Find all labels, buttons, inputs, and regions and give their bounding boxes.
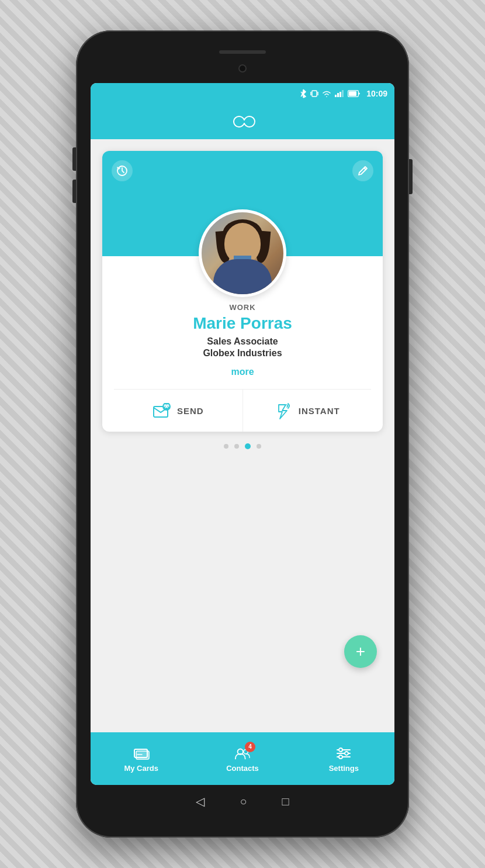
svg-rect-6	[335, 95, 337, 97]
contacts-icon: 4	[234, 745, 251, 762]
card-header	[102, 151, 383, 256]
svg-rect-11	[349, 91, 356, 96]
card-actions: SEND INSTANT	[114, 389, 371, 432]
add-fab-button[interactable]: +	[344, 635, 377, 668]
front-camera	[238, 64, 247, 73]
android-navigation: ◁ ○ □	[196, 794, 289, 808]
svg-rect-8	[340, 92, 341, 97]
more-link[interactable]: more	[231, 367, 254, 377]
contacts-label: Contacts	[226, 764, 259, 773]
my-cards-icon	[133, 745, 150, 762]
instant-icon	[274, 401, 293, 420]
settings-label: Settings	[329, 764, 359, 773]
card-type-label: WORK	[229, 303, 255, 312]
page-indicators	[224, 443, 261, 449]
page-dot-4[interactable]	[257, 444, 261, 449]
app-header	[91, 104, 394, 139]
nav-contacts[interactable]: 4 Contacts	[192, 745, 293, 773]
send-button[interactable]: SEND	[114, 390, 243, 432]
signal-icon	[335, 90, 344, 97]
profile-avatar	[199, 209, 286, 297]
main-content: WORK Marie Porras Sales Associate Globex…	[91, 139, 394, 732]
page-dot-2[interactable]	[234, 444, 239, 449]
bottom-navigation: My Cards 4 Contacts	[91, 732, 394, 785]
phone-top-area	[76, 30, 409, 77]
phone-bottom-area: ◁ ○ □	[76, 794, 409, 808]
time-display: 10:09	[366, 89, 387, 98]
svg-point-25	[345, 752, 348, 755]
power-button[interactable]	[409, 159, 413, 194]
card-company: Globex Industries	[203, 348, 282, 359]
svg-rect-3	[312, 91, 317, 97]
instant-label: INSTANT	[299, 406, 340, 416]
svg-point-26	[339, 755, 342, 759]
home-button[interactable]: ○	[240, 795, 247, 808]
page-dot-3[interactable]	[245, 443, 251, 449]
status-bar: 10:09	[91, 83, 394, 104]
instant-button[interactable]: INSTANT	[243, 390, 372, 432]
fab-icon: +	[356, 642, 365, 661]
my-cards-label: My Cards	[124, 764, 158, 773]
svg-rect-7	[337, 93, 339, 97]
profile-card: WORK Marie Porras Sales Associate Globex…	[102, 151, 383, 432]
app-logo	[225, 113, 260, 130]
wifi-icon	[322, 90, 331, 97]
vibrate-icon	[310, 89, 318, 98]
page-dot-1[interactable]	[224, 444, 228, 449]
status-icons: 10:09	[300, 89, 387, 98]
svg-point-24	[339, 748, 342, 752]
volume-down-button[interactable]	[72, 180, 76, 203]
avatar-ring	[199, 209, 286, 297]
send-label: SEND	[177, 406, 204, 416]
nav-my-cards[interactable]: My Cards	[91, 745, 192, 773]
edit-button[interactable]	[352, 160, 373, 181]
phone-screen: 10:09	[91, 83, 394, 785]
svg-rect-9	[342, 90, 344, 97]
svg-rect-17	[136, 751, 149, 759]
contacts-badge: 4	[245, 742, 255, 752]
recent-apps-button[interactable]: □	[282, 795, 289, 808]
phone-device: 10:09	[76, 30, 409, 838]
avatar-image	[202, 212, 283, 294]
settings-icon	[335, 745, 352, 762]
battery-icon	[348, 90, 361, 97]
speaker	[219, 50, 266, 54]
card-job-title: Sales Associate	[207, 336, 278, 347]
bluetooth-icon	[300, 89, 307, 98]
person-body	[213, 259, 272, 294]
svg-line-13	[364, 168, 366, 170]
volume-up-button[interactable]	[72, 147, 76, 171]
back-button[interactable]: ◁	[196, 794, 205, 808]
history-button[interactable]	[112, 160, 133, 181]
send-icon	[153, 403, 171, 418]
card-name: Marie Porras	[193, 314, 292, 333]
nav-settings[interactable]: Settings	[293, 745, 394, 773]
